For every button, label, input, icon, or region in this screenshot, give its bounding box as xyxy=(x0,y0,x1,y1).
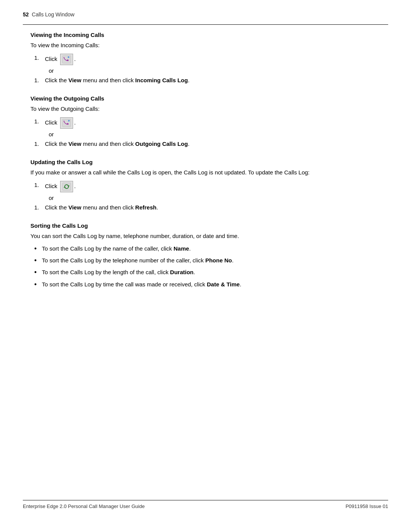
or-1: or xyxy=(49,67,388,74)
step-incoming-1: 1. Click . xyxy=(34,54,388,65)
view-menu-label-2: View xyxy=(68,141,81,147)
step-content-4: Click the View menu and then click Outgo… xyxy=(45,140,388,149)
svg-rect-0 xyxy=(62,56,71,63)
footer-right: P0911958 Issue 01 xyxy=(346,503,388,509)
section-intro-sorting: You can sort the Calls Log by name, tele… xyxy=(30,232,388,241)
bullet-dot-2: • xyxy=(34,256,42,265)
bullet-dot-3: • xyxy=(34,268,42,277)
bullet-datetime: • To sort the Calls Log by time the call… xyxy=(34,280,388,289)
phone-sort-label: Phone No xyxy=(205,257,232,264)
step-content-6: Click the View menu and then click Refre… xyxy=(45,203,388,212)
step-content-1: Click . xyxy=(45,54,388,65)
name-sort-label: Name xyxy=(174,245,189,252)
section-intro-outgoing: To view the Outgoing Calls: xyxy=(30,105,388,113)
or-3: or xyxy=(49,195,388,201)
step-outgoing-1: 1. Click . xyxy=(34,117,388,129)
refresh-icon xyxy=(60,181,73,192)
duration-sort-label: Duration xyxy=(170,269,194,275)
step-num-6: 1. xyxy=(34,203,45,212)
section-heading-outgoing: Viewing the Outgoing Calls xyxy=(30,95,388,102)
or-2: or xyxy=(49,131,388,137)
section-intro-incoming: To view the Incoming Calls: xyxy=(30,41,388,50)
incoming-calls-icon xyxy=(60,54,73,65)
outgoing-calls-log-label: Outgoing Calls Log xyxy=(135,141,188,147)
step-num-5: 1. xyxy=(34,181,45,190)
header-rule xyxy=(23,24,388,25)
steps-incoming: 1. Click . xyxy=(34,54,388,85)
section-heading-updating: Updating the Calls Log xyxy=(30,159,388,165)
datetime-sort-label: Date & Time xyxy=(207,281,240,288)
steps-outgoing: 1. Click . or xyxy=(34,117,388,149)
page-wrapper: 52 Calls Log Window Viewing the Incoming… xyxy=(0,0,411,532)
sorting-bullets: • To sort the Calls Log by the name of t… xyxy=(34,244,388,289)
bullet-dot-1: • xyxy=(34,244,42,253)
section-heading-sorting: Sorting the Calls Log xyxy=(30,222,388,229)
section-intro-updating: If you make or answer a call while the C… xyxy=(30,168,388,177)
bullet-text-name: To sort the Calls Log by the name of the… xyxy=(42,244,388,253)
bullet-dot-4: • xyxy=(34,280,42,289)
page-header: 52 Calls Log Window xyxy=(23,11,388,18)
step-content-3: Click . xyxy=(45,117,388,129)
step-num-3: 1. xyxy=(34,117,45,126)
section-viewing-incoming: Viewing the Incoming Calls To view the I… xyxy=(30,32,388,87)
svg-rect-4 xyxy=(62,183,71,190)
step-incoming-2: 1. Click the View menu and then click In… xyxy=(34,76,388,85)
step-updating-2: 1. Click the View menu and then click Re… xyxy=(34,203,388,212)
bullet-text-datetime: To sort the Calls Log by time the call w… xyxy=(42,280,388,289)
bullet-text-duration: To sort the Calls Log by the length of t… xyxy=(42,268,388,277)
section-viewing-outgoing: Viewing the Outgoing Calls To view the O… xyxy=(30,95,388,150)
step-updating-1: 1. Click . xyxy=(34,181,388,192)
bullet-phone: • To sort the Calls Log by the telephone… xyxy=(34,256,388,265)
step-outgoing-2: 1. Click the View menu and then click Ou… xyxy=(34,140,388,149)
step-num-4: 1. xyxy=(34,140,45,149)
section-updating: Updating the Calls Log If you make or an… xyxy=(30,159,388,214)
outgoing-calls-icon xyxy=(60,117,73,129)
footer-left: Enterprise Edge 2.0 Personal Call Manage… xyxy=(23,503,145,509)
incoming-calls-log-label: Incoming Calls Log xyxy=(135,77,188,83)
steps-updating: 1. Click . or xyxy=(34,181,388,212)
step-num-2: 1. xyxy=(34,76,45,85)
view-menu-label-1: View xyxy=(68,77,81,83)
section-heading-incoming: Viewing the Incoming Calls xyxy=(30,32,388,38)
bullet-text-phone: To sort the Calls Log by the telephone n… xyxy=(42,256,388,265)
view-menu-label-3: View xyxy=(68,204,81,211)
step-num-1: 1. xyxy=(34,54,45,62)
step-content-2: Click the View menu and then click Incom… xyxy=(45,76,388,85)
page-footer: Enterprise Edge 2.0 Personal Call Manage… xyxy=(23,500,388,509)
page-number: 52 xyxy=(23,11,29,18)
bullet-name: • To sort the Calls Log by the name of t… xyxy=(34,244,388,253)
section-sorting: Sorting the Calls Log You can sort the C… xyxy=(30,222,388,292)
chapter-title: Calls Log Window xyxy=(32,11,75,18)
step-content-5: Click . xyxy=(45,181,388,192)
refresh-label: Refresh xyxy=(135,204,156,211)
bullet-duration: • To sort the Calls Log by the length of… xyxy=(34,268,388,277)
